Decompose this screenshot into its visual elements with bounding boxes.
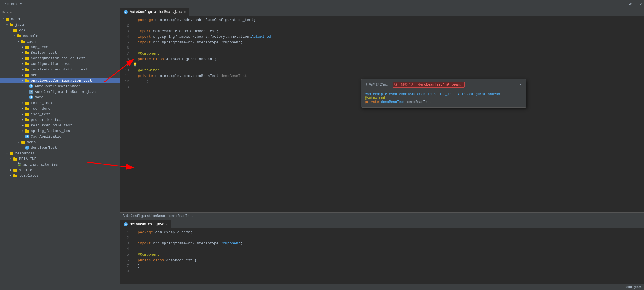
status-bar: CSDN @博客 xyxy=(0,284,644,290)
sidebar-item-configuration_failed_test[interactable]: ▶configuration_failed_test xyxy=(0,55,120,61)
tree-icon-spring_factory_test xyxy=(25,129,30,133)
tree-arrow-templates: ▶ xyxy=(9,174,13,177)
code-scroll-top[interactable]: 1package com.example.csdn.enableAutoConf… xyxy=(120,16,644,212)
tree-arrow-json_demo: ▶ xyxy=(21,107,25,110)
tree-icon-example xyxy=(17,34,22,38)
sidebar-item-json_test[interactable]: ▶json_test xyxy=(0,111,120,117)
svg-rect-40 xyxy=(13,158,17,161)
tree-label-com: com xyxy=(19,28,25,32)
sidebar-item-CsdnApplication[interactable]: CCsdnApplication xyxy=(0,134,120,139)
tree-icon-demo_folder xyxy=(21,140,26,144)
minus-icon[interactable]: — xyxy=(634,2,637,6)
svg-rect-37 xyxy=(21,141,23,142)
error-detail-dots[interactable]: ⋮ xyxy=(519,92,523,96)
sync-icon[interactable]: ⟳ xyxy=(629,2,632,6)
sidebar-item-main[interactable]: ▾main xyxy=(0,16,120,22)
line-content-1: package com.example.demo; xyxy=(138,230,644,235)
sidebar-item-AutoConfigurationRunner[interactable]: JAutoConfigurationRunner.java xyxy=(0,89,120,95)
sidebar-item-static[interactable]: ▶static xyxy=(0,167,120,173)
sidebar-item-AutoConfigurationBean[interactable]: CAutoConfigurationBean xyxy=(0,83,120,89)
sidebar-item-com[interactable]: ▾com xyxy=(0,27,120,33)
code-line-10: 10@Autowired xyxy=(120,68,644,73)
tab-close-demobeantest[interactable]: ✕ xyxy=(166,223,167,226)
tree-label-Builder_test: Builder_test xyxy=(31,51,57,55)
sidebar-item-demoBeanTest[interactable]: CdemoBeanTest xyxy=(0,145,120,150)
svg-rect-7 xyxy=(17,34,19,35)
error-popup-dots[interactable]: ⋮ xyxy=(518,82,523,88)
sidebar-item-feign_test[interactable]: ▶feign_test xyxy=(0,100,120,106)
tab-close-autoconfigurationbean[interactable]: ✕ xyxy=(184,10,186,14)
sidebar-item-construtor_annotation_test[interactable]: ▶construtor_annotation_test xyxy=(0,67,120,72)
sidebar-item-configuration_test[interactable]: ▶configuration_test xyxy=(0,61,120,67)
tree-label-AutoConfigurationRunner: AutoConfigurationRunner.java xyxy=(35,90,96,94)
sidebar-item-Builder_test[interactable]: ▶Builder_test xyxy=(0,50,120,55)
tree-label-spring_factories: spring.factories xyxy=(23,162,58,167)
sidebar-item-resourcebundle_test[interactable]: ▶resourcebundle_test xyxy=(0,122,120,128)
sidebar-item-resources[interactable]: ▾resources xyxy=(0,150,120,156)
tree-icon-demoBeanTest: C xyxy=(25,145,30,150)
line-num-3: 3 xyxy=(120,241,132,246)
svg-rect-0 xyxy=(6,18,9,21)
tree-icon-templates xyxy=(13,173,18,178)
sidebar-item-META-INF[interactable]: ▾META-INF xyxy=(0,156,120,162)
code-line-2: 2 xyxy=(120,23,644,29)
line-num-2: 2 xyxy=(120,23,132,29)
tree-icon-construtor_annotation_test xyxy=(25,67,30,72)
tree-label-enableAutoConfiguration_test: enableAutoConfiguration_test xyxy=(31,79,92,83)
breadcrumb-item-2[interactable]: demoBeanTest xyxy=(169,214,193,218)
sidebar-item-spring_factory_test[interactable]: ▶spring_factory_test xyxy=(0,128,120,134)
lightbulb-9[interactable]: 💡 xyxy=(133,62,137,68)
sidebar-item-java[interactable]: ▾java xyxy=(0,22,120,27)
sidebar-item-example[interactable]: ▾example xyxy=(0,33,120,39)
tree-icon-java xyxy=(9,22,14,27)
tree-label-java: java xyxy=(15,23,24,27)
tree-arrow-feign_test: ▶ xyxy=(21,101,25,105)
tree-icon-json_demo xyxy=(25,106,30,111)
tree-label-static: static xyxy=(19,168,32,172)
line-num-12: 12 xyxy=(120,79,132,84)
editor-split: C AutoConfigurationBean.java ✕ 1package … xyxy=(120,8,644,284)
svg-rect-35 xyxy=(25,129,27,130)
sidebar-item-csdn[interactable]: ▾csdn xyxy=(0,39,120,44)
tab-autoconfigurationbean[interactable]: C AutoConfigurationBean.java ✕ xyxy=(120,8,189,16)
tree-icon-csdn xyxy=(21,39,26,44)
tree-icon-CsdnApplication: C xyxy=(25,134,30,139)
tab-demobeantest[interactable]: C demoBeanTest.java ✕ xyxy=(120,220,171,228)
sidebar-item-properties_test[interactable]: ▶properties_test xyxy=(0,117,120,122)
code-scroll-bottom[interactable]: 1package com.example.demo;23import org.s… xyxy=(120,228,644,284)
sidebar-item-spring_factories[interactable]: 🍃spring.factories xyxy=(0,162,120,167)
svg-rect-18 xyxy=(25,69,29,71)
sidebar-item-templates[interactable]: ▶templates xyxy=(0,173,120,178)
sidebar-item-json_demo[interactable]: ▶json_demo xyxy=(0,106,120,111)
svg-rect-3 xyxy=(10,23,11,24)
code-line-8: 8 xyxy=(120,269,644,274)
settings-icon[interactable]: ⚙ xyxy=(640,2,642,6)
sidebar-item-demo[interactable]: ▶demo xyxy=(0,72,120,78)
code-line-3: 3import com.example.demo.demoBeanTest; xyxy=(120,29,644,34)
svg-rect-8 xyxy=(21,41,25,43)
error-detail-ann-line: @Autowired xyxy=(365,96,523,100)
svg-rect-6 xyxy=(17,35,21,37)
code-line-8: 8⊟public class AutoConfigurationBean { xyxy=(120,56,644,62)
error-popup: 无法自动装配。 找不到类型为 'demoBeanTest' 的 bean。 ⋮ … xyxy=(361,79,526,108)
line-num-6: 6 xyxy=(120,45,132,51)
fold-icon-8[interactable]: ⊟ xyxy=(134,56,136,62)
svg-rect-27 xyxy=(25,107,27,108)
tree-arrow-resourcebundle_test: ▶ xyxy=(21,124,25,127)
sidebar-item-enableAutoConfiguration_test[interactable]: ▾enableAutoConfiguration_test xyxy=(0,78,120,83)
sidebar-item-demo_folder[interactable]: ▾demo xyxy=(0,139,120,145)
svg-rect-21 xyxy=(25,74,27,74)
tree-icon-main xyxy=(5,17,10,21)
project-title[interactable]: Project ▾ xyxy=(2,2,22,6)
svg-rect-36 xyxy=(21,141,25,144)
breadcrumb-item-1[interactable]: AutoConfigurationBean xyxy=(123,214,165,218)
tree-label-example: example xyxy=(23,34,38,38)
line-gutter-8: ⊟ xyxy=(132,56,138,62)
sidebar-item-aop_demo[interactable]: ▶aop_demo xyxy=(0,44,120,50)
tree-label-META-INF: META-INF xyxy=(19,157,36,161)
code-line-4: 4 xyxy=(120,246,644,252)
tree-icon-aop_demo xyxy=(25,45,30,49)
tab-label-autoconfigurationbean: AutoConfigurationBean.java xyxy=(130,10,182,14)
sidebar-item-demo2[interactable]: Cdemo xyxy=(0,95,120,100)
svg-rect-10 xyxy=(25,46,29,49)
